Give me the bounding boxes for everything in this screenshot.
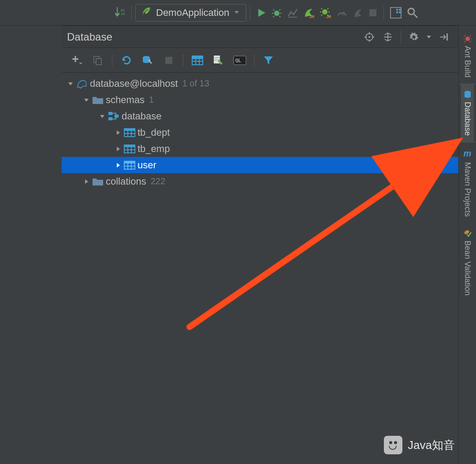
- run-configuration-label: DemoApplication: [156, 7, 229, 19]
- edit-data-icon[interactable]: [211, 52, 227, 68]
- tree-node-table[interactable]: tb_dept: [62, 124, 458, 141]
- svg-point-38: [464, 230, 470, 235]
- tree-node-label: tb_emp: [138, 143, 170, 155]
- svg-rect-31: [124, 129, 135, 131]
- download-icon[interactable]: 0110: [115, 4, 125, 22]
- gear-icon[interactable]: [407, 30, 420, 44]
- chevron-right-icon: [114, 162, 123, 168]
- watermark-label: Java知音: [408, 438, 455, 453]
- header-separator: [401, 31, 401, 43]
- left-gutter: [0, 26, 62, 464]
- tree-node-database[interactable]: database: [62, 108, 458, 124]
- tree-node-count: 222: [151, 176, 165, 186]
- rail-tab-label: Ant Build: [463, 46, 472, 78]
- tree-node-table-selected[interactable]: user: [62, 157, 458, 173]
- chevron-down-icon: [234, 7, 240, 18]
- svg-rect-18: [96, 59, 101, 65]
- right-tool-rail: Ant Build Database m Maven Projects Bean…: [458, 26, 476, 464]
- tree-node-label: tb_dept: [138, 127, 170, 138]
- rail-tab-database[interactable]: Database: [461, 84, 474, 142]
- rail-tab-maven[interactable]: m Maven Projects: [461, 142, 474, 223]
- table-icon: [123, 160, 136, 171]
- tree-node-schemas[interactable]: schemas 1: [62, 92, 458, 108]
- svg-rect-35: [124, 161, 135, 163]
- svg-rect-23: [192, 56, 203, 58]
- svg-rect-28: [108, 117, 112, 120]
- run-button[interactable]: [257, 4, 266, 22]
- profile-jr-icon[interactable]: JR: [303, 4, 315, 22]
- rail-tab-label: Database: [463, 102, 472, 136]
- svg-text:QL: QL: [235, 58, 242, 63]
- svg-text:JR: JR: [326, 15, 331, 19]
- search-icon[interactable]: [407, 4, 418, 22]
- layout-icon[interactable]: [390, 4, 402, 22]
- debug-jr-icon[interactable]: JR: [320, 4, 331, 22]
- gear-dropdown-icon[interactable]: [426, 30, 432, 44]
- rail-tab-bean-validation[interactable]: Bean Validation: [461, 223, 474, 302]
- main-area: Database: [0, 26, 476, 464]
- svg-point-20: [149, 59, 151, 61]
- table-icon: [123, 144, 136, 154]
- panel-toolbar: QL: [62, 48, 458, 73]
- svg-rect-27: [108, 112, 112, 115]
- svg-rect-29: [115, 115, 119, 118]
- svg-point-36: [465, 37, 470, 41]
- panel-title: Database: [67, 31, 112, 43]
- split-icon[interactable]: [381, 30, 394, 44]
- watermark: Java知音: [384, 436, 455, 454]
- tree-node-table[interactable]: tb_emp: [62, 141, 458, 157]
- tree-node-label: database: [122, 111, 162, 122]
- database-tree[interactable]: database@localhost 1 of 13 schemas 1: [62, 73, 458, 464]
- svg-rect-12: [399, 11, 401, 13]
- svg-rect-7: [369, 9, 376, 16]
- toolbar-separator: [183, 54, 183, 67]
- svg-point-3: [274, 11, 279, 16]
- toolbar-separator: [131, 6, 132, 20]
- target-icon[interactable]: [363, 30, 376, 44]
- stop-sync-icon[interactable]: [161, 52, 177, 68]
- tree-node-label: collations: [106, 176, 146, 187]
- tree-node-count: 1 of 13: [182, 78, 209, 89]
- table-view-icon[interactable]: [190, 52, 205, 68]
- tree-node-datasource[interactable]: database@localhost 1 of 13: [62, 75, 458, 92]
- stop-button[interactable]: [368, 4, 377, 22]
- svg-text:10: 10: [121, 12, 125, 16]
- duplicate-icon[interactable]: [90, 52, 106, 68]
- chevron-down-icon: [82, 97, 91, 103]
- sql-console-icon[interactable]: QL: [232, 52, 248, 68]
- chevron-down-icon: [98, 113, 107, 119]
- tree-node-collations[interactable]: collations 222: [62, 173, 458, 189]
- chevron-right-icon: [114, 130, 123, 136]
- schema-icon: [108, 111, 120, 122]
- toolbar-separator: [112, 54, 112, 67]
- run-configuration-selector[interactable]: DemoApplication: [135, 4, 246, 22]
- refresh-icon[interactable]: [119, 52, 134, 68]
- profile-icon[interactable]: [353, 4, 363, 22]
- main-toolbar: 0110 DemoApplication JR JR: [0, 0, 476, 26]
- svg-point-5: [322, 9, 327, 15]
- rail-tab-ant-build[interactable]: Ant Build: [461, 28, 474, 84]
- svg-rect-33: [124, 145, 135, 147]
- chevron-right-icon: [82, 178, 91, 185]
- debug-button[interactable]: [271, 4, 282, 22]
- wechat-icon: [384, 436, 402, 454]
- mysql-dolphin-icon: [76, 78, 88, 89]
- coverage-button[interactable]: [287, 4, 298, 22]
- gauge-icon[interactable]: [337, 4, 347, 22]
- tree-node-label: database@localhost: [90, 78, 178, 89]
- rail-tab-label: Maven Projects: [463, 162, 472, 217]
- panel-header: Database: [62, 26, 458, 48]
- add-icon[interactable]: [69, 52, 85, 68]
- datasource-properties-icon[interactable]: [140, 52, 156, 68]
- filter-icon[interactable]: [260, 52, 276, 68]
- svg-point-13: [408, 8, 414, 15]
- svg-text:JR: JR: [309, 15, 315, 19]
- database-panel: Database: [62, 26, 458, 464]
- folder-icon: [92, 176, 104, 187]
- svg-rect-16: [446, 33, 448, 41]
- tree-node-label: user: [138, 160, 156, 171]
- svg-rect-11: [396, 11, 398, 13]
- hide-panel-icon[interactable]: [437, 30, 450, 44]
- chevron-down-icon: [66, 81, 75, 87]
- toolbar-separator: [254, 54, 254, 67]
